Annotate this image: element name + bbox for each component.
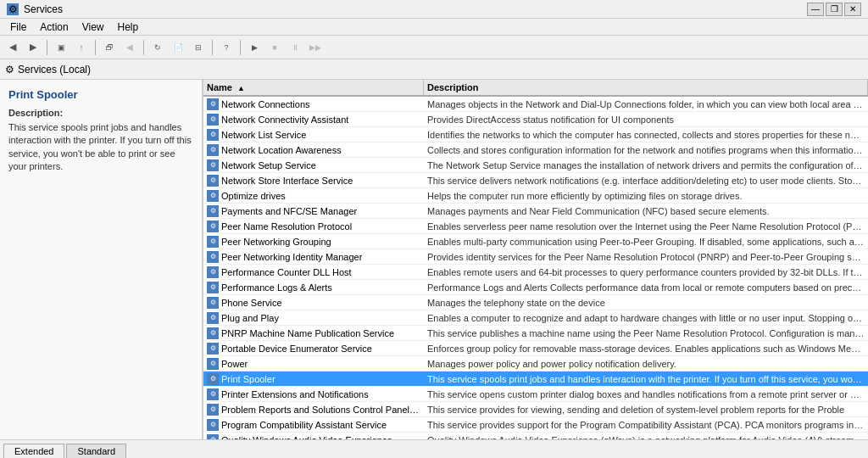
service-icon: ⚙ xyxy=(207,373,219,385)
new-window-button[interactable]: 🗗 xyxy=(100,38,119,57)
service-name: Phone Service xyxy=(221,298,282,308)
column-headers: Name ▲ Description xyxy=(203,80,868,97)
resume-service-button[interactable]: ▶▶ xyxy=(306,38,325,57)
service-name: PNRP Machine Name Publication Service xyxy=(221,328,394,338)
service-icon: ⚙ xyxy=(207,205,219,217)
left-panel: Print Spooler Description: This service … xyxy=(0,80,203,439)
address-bar: ⚙ Services (Local) xyxy=(0,59,868,80)
help-button[interactable]: ? xyxy=(217,38,236,57)
service-icon: ⚙ xyxy=(207,251,219,263)
service-name: Network Connections xyxy=(221,99,310,109)
separator-1 xyxy=(47,40,47,55)
bottom-tabs: Extended Standard xyxy=(0,439,868,458)
service-name: Network Connectivity Assistant xyxy=(221,114,348,125)
menu-action[interactable]: Action xyxy=(33,20,75,35)
service-name: Peer Networking Grouping xyxy=(221,237,331,247)
service-name: Plug and Play xyxy=(221,313,279,323)
service-icon: ⚙ xyxy=(207,404,219,416)
service-name: Performance Counter DLL Host xyxy=(221,267,352,277)
service-icon: ⚙ xyxy=(207,144,219,156)
service-description: Enables serverless peer name resolution … xyxy=(424,221,868,232)
forward-button[interactable]: ▶ xyxy=(24,38,42,57)
service-description: This service opens custom printer dialog… xyxy=(424,388,868,400)
service-icon: ⚙ xyxy=(207,388,219,400)
service-description: Manages objects in the Network and Dial-… xyxy=(424,98,868,110)
table-row[interactable]: ⚙Network Store Interface ServiceThis ser… xyxy=(203,173,868,188)
title-bar-left: ⚙ Services xyxy=(7,3,63,15)
service-name: Portable Device Enumerator Service xyxy=(221,344,372,354)
stop-service-button[interactable]: ■ xyxy=(265,38,284,57)
service-description: Provides DirectAccess status notificatio… xyxy=(424,114,868,126)
tab-extended[interactable]: Extended xyxy=(3,444,64,458)
menu-view[interactable]: View xyxy=(75,20,111,35)
table-row[interactable]: ⚙Program Compatibility Assistant Service… xyxy=(203,417,868,433)
service-name: Print Spooler xyxy=(221,374,275,384)
service-name: Performance Logs & Alerts xyxy=(221,282,332,293)
show-console-button[interactable]: ▣ xyxy=(52,38,70,57)
col-header-name[interactable]: Name ▲ xyxy=(203,80,424,95)
table-row[interactable]: ⚙Network Setup ServiceThe Network Setup … xyxy=(203,158,868,173)
tab-standard[interactable]: Standard xyxy=(66,444,126,458)
right-panel: Name ▲ Description ⚙Network ConnectionsM… xyxy=(203,80,868,439)
up-button[interactable]: ↑ xyxy=(72,38,91,57)
service-name: Program Compatibility Assistant Service xyxy=(221,420,387,430)
service-icon: ⚙ xyxy=(207,419,219,431)
table-row[interactable]: ⚙Network Connectivity AssistantProvides … xyxy=(203,112,868,127)
back-button2[interactable]: ◀ xyxy=(120,38,139,57)
table-row[interactable]: ⚙Print SpoolerThis service spools print … xyxy=(203,371,868,387)
menu-file[interactable]: File xyxy=(3,20,33,35)
description-heading: Description: xyxy=(8,108,193,118)
service-description: Provides identity services for the Peer … xyxy=(424,251,868,263)
refresh-button[interactable]: ↻ xyxy=(148,38,167,57)
table-row[interactable]: ⚙Printer Extensions and NotificationsThi… xyxy=(203,387,868,402)
table-row[interactable]: ⚙Portable Device Enumerator ServiceEnfor… xyxy=(203,341,868,356)
start-service-button[interactable]: ▶ xyxy=(245,38,264,57)
service-icon: ⚙ xyxy=(207,98,219,110)
service-description: Quality Windows Audio Video Experience (… xyxy=(424,434,868,440)
service-name: Payments and NFC/SE Manager xyxy=(221,206,357,216)
services-table[interactable]: ⚙Network ConnectionsManages objects in t… xyxy=(203,97,868,439)
table-row[interactable]: ⚙Network ConnectionsManages objects in t… xyxy=(203,97,868,112)
title-bar: ⚙ Services — ❐ ✕ xyxy=(0,0,868,19)
back-button[interactable]: ◀ xyxy=(3,38,22,57)
table-row[interactable]: ⚙Plug and PlayEnables a computer to reco… xyxy=(203,310,868,326)
close-button[interactable]: ✕ xyxy=(844,3,861,16)
table-row[interactable]: ⚙Performance Counter DLL HostEnables rem… xyxy=(203,265,868,280)
service-icon: ⚙ xyxy=(207,434,219,440)
table-row[interactable]: ⚙Problem Reports and Solutions Control P… xyxy=(203,402,868,417)
separator-3 xyxy=(143,40,144,55)
export-list-button[interactable]: 📄 xyxy=(169,38,187,57)
pause-service-button[interactable]: ⏸ xyxy=(286,38,304,57)
table-row[interactable]: ⚙Phone ServiceManages the telephony stat… xyxy=(203,295,868,310)
table-row[interactable]: ⚙Network Location AwarenessCollects and … xyxy=(203,142,868,158)
service-description: Helps the computer run more efficiently … xyxy=(424,190,868,202)
service-description: This service provides for viewing, sendi… xyxy=(424,404,868,416)
table-row[interactable]: ⚙Peer Networking Identity ManagerProvide… xyxy=(203,249,868,265)
table-row[interactable]: ⚙Peer Name Resolution ProtocolEnables se… xyxy=(203,219,868,234)
table-row[interactable]: ⚙Optimize drivesHelps the computer run m… xyxy=(203,188,868,204)
services-local-icon: ⚙ xyxy=(5,64,14,75)
toolbar: ◀ ▶ ▣ ↑ 🗗 ◀ ↻ 📄 ⊟ ? ▶ ■ ⏸ ▶▶ xyxy=(0,36,868,59)
service-icon: ⚙ xyxy=(207,297,219,309)
service-name: Problem Reports and Solutions Control Pa… xyxy=(221,405,420,415)
table-row[interactable]: ⚙Network List ServiceIdentifies the netw… xyxy=(203,127,868,142)
table-row[interactable]: ⚙PowerManages power policy and power pol… xyxy=(203,356,868,371)
table-row[interactable]: ⚙PNRP Machine Name Publication ServiceTh… xyxy=(203,326,868,341)
service-icon: ⚙ xyxy=(207,312,219,324)
col-header-description[interactable]: Description xyxy=(424,80,868,95)
table-row[interactable]: ⚙Payments and NFC/SE ManagerManages paym… xyxy=(203,204,868,219)
table-row[interactable]: ⚙Performance Logs & AlertsPerformance Lo… xyxy=(203,280,868,295)
menu-help[interactable]: Help xyxy=(111,20,146,35)
service-description: Enables multi-party communication using … xyxy=(424,236,868,248)
table-row[interactable]: ⚙Quality Windows Audio Video ExperienceQ… xyxy=(203,433,868,439)
menu-bar: File Action View Help xyxy=(0,19,868,36)
service-name: Network Store Interface Service xyxy=(221,176,353,186)
service-description: This service delivers network notificati… xyxy=(424,175,868,187)
service-icon: ⚙ xyxy=(207,221,219,232)
table-row[interactable]: ⚙Peer Networking GroupingEnables multi-p… xyxy=(203,234,868,249)
service-name: Peer Name Resolution Protocol xyxy=(221,221,352,232)
properties-button[interactable]: ⊟ xyxy=(189,38,208,57)
restore-button[interactable]: ❐ xyxy=(826,3,843,16)
service-icon: ⚙ xyxy=(207,129,219,141)
minimize-button[interactable]: — xyxy=(807,3,824,16)
